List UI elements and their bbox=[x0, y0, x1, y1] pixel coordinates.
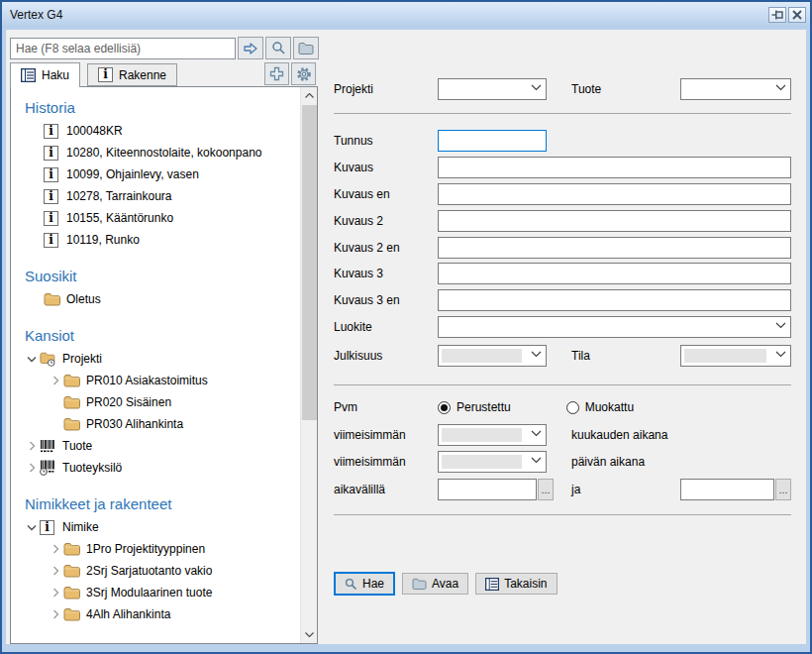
combo-empty-fill bbox=[684, 349, 766, 363]
tree-item-label: PR010 Asiakastoimitus bbox=[86, 374, 208, 387]
hae-button[interactable]: Hae bbox=[334, 572, 395, 596]
kuvaus2-row: Kuvaus 2 bbox=[334, 210, 791, 232]
viimeisimman-label: viimeisimmän bbox=[334, 428, 438, 442]
scroll-up-icon[interactable] bbox=[301, 87, 318, 104]
julkisuus-tila-row: Julkisuus Tila bbox=[334, 345, 791, 367]
takaisin-button-label: Takaisin bbox=[504, 577, 547, 591]
kuvaus-en-input[interactable] bbox=[438, 183, 791, 205]
date-to-input[interactable] bbox=[680, 479, 774, 500]
tree-item[interactable]: i10119, Runko bbox=[11, 229, 300, 251]
chevron-collapsed-icon[interactable] bbox=[48, 541, 63, 557]
tree-item-label: 10099, Ohjainlevy, vasen bbox=[66, 167, 199, 181]
tree-scrollbar[interactable] bbox=[300, 87, 317, 643]
luokite-combobox[interactable] bbox=[438, 316, 791, 338]
chevron-down-icon bbox=[775, 84, 786, 91]
takaisin-button[interactable]: Takaisin bbox=[475, 573, 557, 595]
tree-item[interactable]: 1Pro Projektityyppinen bbox=[11, 538, 300, 560]
tunnus-row: Tunnus bbox=[334, 130, 791, 152]
tree-item[interactable]: Tuote bbox=[11, 435, 300, 457]
tree-item[interactable]: i10155, Kääntörunko bbox=[11, 207, 300, 229]
tab-rakenne-label: Rakenne bbox=[119, 68, 166, 82]
kuvaus3-en-row: Kuvaus 3 en bbox=[334, 289, 791, 311]
tree-item[interactable]: PR020 Sisäinen bbox=[11, 391, 300, 413]
tree-item[interactable]: 3Srj Modulaarinen tuote bbox=[11, 582, 300, 603]
add-tab-button[interactable] bbox=[264, 62, 289, 85]
tree-item-label: 4Alh Alihankinta bbox=[86, 607, 170, 621]
close-button[interactable] bbox=[788, 7, 806, 23]
chevron-collapsed-icon[interactable] bbox=[48, 373, 63, 388]
avaa-button[interactable]: Avaa bbox=[402, 573, 468, 595]
titlebar[interactable]: Vertex G4 bbox=[2, 2, 810, 28]
tree-item[interactable]: PR010 Asiakastoimitus bbox=[11, 370, 300, 391]
julkisuus-combobox[interactable] bbox=[438, 345, 547, 367]
tunnus-input[interactable] bbox=[438, 130, 547, 152]
chevron-collapsed-icon[interactable] bbox=[48, 606, 63, 622]
date-from-browse-button[interactable]: ... bbox=[538, 479, 554, 500]
kuvaus2-en-input[interactable] bbox=[438, 237, 791, 259]
projekti-combobox[interactable] bbox=[438, 78, 547, 100]
radio-perustettu[interactable] bbox=[438, 401, 451, 414]
info-item-icon: i bbox=[44, 145, 61, 161]
scroll-down-icon[interactable] bbox=[301, 626, 318, 643]
viimeisimman-day-row: viimeisimmän päivän aikana bbox=[334, 451, 791, 473]
go-button[interactable] bbox=[238, 37, 263, 59]
chevron-down-icon bbox=[775, 351, 786, 358]
tree-item[interactable]: Projekti bbox=[11, 348, 300, 370]
search-button[interactable] bbox=[265, 37, 291, 59]
tree-item[interactable]: i10278, Tarrainkoura bbox=[11, 185, 300, 207]
tree-item[interactable]: PR030 Alihankinta bbox=[11, 413, 300, 435]
kuvaus-input[interactable] bbox=[438, 157, 791, 178]
tree-item[interactable]: i100048KR bbox=[11, 120, 300, 142]
tab-haku[interactable]: Haku bbox=[10, 62, 80, 87]
radio-muokattu[interactable] bbox=[566, 401, 579, 414]
kuvaus2-label: Kuvaus 2 bbox=[334, 214, 438, 228]
open-folder-button[interactable] bbox=[293, 37, 319, 59]
tab-haku-label: Haku bbox=[42, 68, 69, 82]
chevron-expanded-icon[interactable] bbox=[24, 519, 40, 535]
chevron-spacer bbox=[48, 416, 63, 432]
tree-item[interactable]: i10280, Kiteennostolaite, kokoonpano bbox=[11, 142, 300, 164]
tree-item[interactable]: 4Alh Alihankinta bbox=[11, 603, 300, 625]
separator bbox=[334, 514, 791, 515]
settings-button[interactable] bbox=[291, 62, 316, 85]
window-title: Vertex G4 bbox=[10, 8, 62, 22]
form-list-icon bbox=[485, 578, 499, 591]
date-from-input[interactable] bbox=[438, 479, 537, 500]
tuote-label: Tuote bbox=[571, 82, 680, 96]
chevron-collapsed-icon[interactable] bbox=[24, 460, 40, 476]
scrollbar-thumb[interactable] bbox=[302, 105, 317, 420]
tree-item[interactable]: i10099, Ohjainlevy, vasen bbox=[11, 164, 300, 185]
tree-item[interactable]: Oletus bbox=[11, 288, 300, 310]
radio-perustettu-label: Perustettu bbox=[457, 400, 511, 414]
month-count-combobox[interactable] bbox=[438, 424, 547, 446]
kuvaus2-en-label: Kuvaus 2 en bbox=[334, 241, 438, 255]
chevron-collapsed-icon[interactable] bbox=[48, 585, 63, 600]
tree-item[interactable]: iNimike bbox=[11, 516, 300, 538]
chevron-collapsed-icon[interactable] bbox=[48, 563, 63, 579]
close-icon bbox=[792, 10, 802, 20]
tuote-combobox[interactable] bbox=[680, 78, 791, 100]
chevron-expanded-icon[interactable] bbox=[24, 351, 40, 367]
kuukauden-aikana-label: kuukauden aikana bbox=[571, 428, 750, 442]
kuvaus3-en-label: Kuvaus 3 en bbox=[334, 293, 438, 307]
tab-rakenne[interactable]: i Rakenne bbox=[87, 63, 177, 86]
kuvaus3-en-input[interactable] bbox=[438, 289, 791, 311]
tila-combobox[interactable] bbox=[680, 345, 791, 367]
kuvaus3-input[interactable] bbox=[438, 263, 791, 284]
day-count-combobox[interactable] bbox=[438, 451, 547, 473]
folder-icon bbox=[63, 394, 81, 410]
kuvaus3-label: Kuvaus 3 bbox=[334, 267, 438, 280]
search-input[interactable] bbox=[10, 38, 236, 59]
info-item-icon: i bbox=[44, 166, 61, 182]
aikavalilla-label: aikavälillä bbox=[334, 483, 438, 496]
pin-button[interactable] bbox=[768, 7, 786, 23]
info-item-icon: i bbox=[44, 188, 61, 204]
kuvaus-en-row: Kuvaus en bbox=[334, 183, 791, 205]
tree-item-label: Tuoteyksilö bbox=[62, 461, 122, 475]
date-to-browse-button[interactable]: ... bbox=[775, 479, 791, 500]
chevron-collapsed-icon[interactable] bbox=[24, 438, 40, 454]
kuvaus2-input[interactable] bbox=[438, 210, 791, 232]
tree-item[interactable]: 2Srj Sarjatuotanto vakio bbox=[11, 560, 300, 582]
tree-item[interactable]: Tuoteyksilö bbox=[11, 457, 300, 479]
gear-icon bbox=[296, 66, 312, 82]
